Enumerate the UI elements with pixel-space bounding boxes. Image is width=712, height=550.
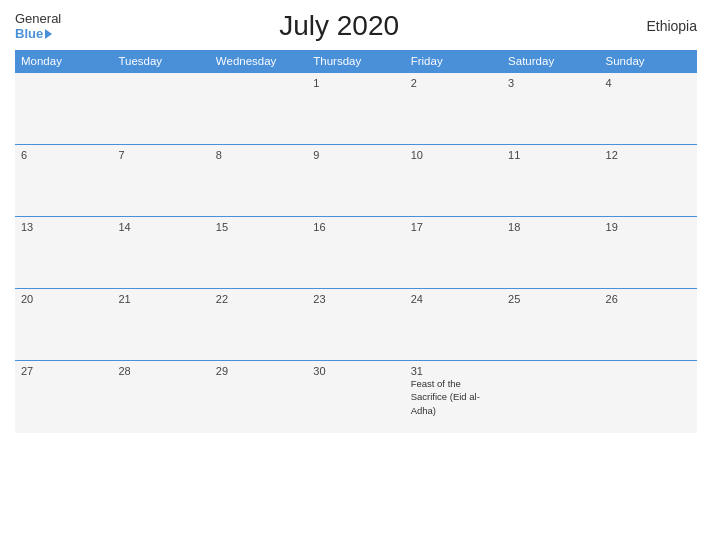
cell-empty-3: [210, 73, 307, 145]
header-friday: Friday: [405, 50, 502, 73]
logo-blue-word: Blue: [15, 26, 43, 41]
cell-day-13: 13: [15, 217, 112, 289]
cell-day-14: 14: [112, 217, 209, 289]
cell-day-11: 11: [502, 145, 599, 217]
cell-day-30: 30: [307, 361, 404, 433]
cell-day-15: 15: [210, 217, 307, 289]
month-title: July 2020: [61, 10, 617, 42]
calendar-table: Monday Tuesday Wednesday Thursday Friday…: [15, 50, 697, 433]
eid-al-adha-event: Feast of the Sacrifice (Eid al-Adha): [411, 378, 480, 416]
header-saturday: Saturday: [502, 50, 599, 73]
header-thursday: Thursday: [307, 50, 404, 73]
logo-blue-text: Blue: [15, 26, 55, 41]
cell-day-4: 4: [600, 73, 697, 145]
header-monday: Monday: [15, 50, 112, 73]
cell-day-19: 19: [600, 217, 697, 289]
logo-triangle-icon: [45, 29, 52, 39]
cell-day-25: 25: [502, 289, 599, 361]
cell-day-22: 22: [210, 289, 307, 361]
cell-empty-1: [15, 73, 112, 145]
cell-day-17: 17: [405, 217, 502, 289]
calendar-header: General Blue July 2020 Ethiopia: [15, 10, 697, 42]
cell-day-6: 6: [15, 145, 112, 217]
cell-day-1: 1: [307, 73, 404, 145]
cell-day-29: 29: [210, 361, 307, 433]
cell-empty-last-2: [600, 361, 697, 433]
header-tuesday: Tuesday: [112, 50, 209, 73]
cell-empty-last-1: [502, 361, 599, 433]
cell-day-8: 8: [210, 145, 307, 217]
cell-day-2: 2: [405, 73, 502, 145]
logo: General Blue: [15, 11, 61, 41]
cell-day-26: 26: [600, 289, 697, 361]
week-row-2: 6 7 8 9 10 11 12: [15, 145, 697, 217]
weekday-header-row: Monday Tuesday Wednesday Thursday Friday…: [15, 50, 697, 73]
cell-day-12: 12: [600, 145, 697, 217]
calendar-container: General Blue July 2020 Ethiopia Monday T…: [0, 0, 712, 550]
cell-day-16: 16: [307, 217, 404, 289]
logo-general-text: General: [15, 11, 61, 26]
cell-day-9: 9: [307, 145, 404, 217]
cell-day-10: 10: [405, 145, 502, 217]
cell-day-28: 28: [112, 361, 209, 433]
cell-day-21: 21: [112, 289, 209, 361]
week-row-5: 27 28 29 30 31 Feast of the Sacrifice (E…: [15, 361, 697, 433]
header-sunday: Sunday: [600, 50, 697, 73]
week-row-4: 20 21 22 23 24 25 26: [15, 289, 697, 361]
week-row-3: 13 14 15 16 17 18 19: [15, 217, 697, 289]
cell-empty-2: [112, 73, 209, 145]
country-name: Ethiopia: [617, 18, 697, 34]
cell-day-24: 24: [405, 289, 502, 361]
week-row-1: 1 2 3 4: [15, 73, 697, 145]
cell-day-3: 3: [502, 73, 599, 145]
cell-day-7: 7: [112, 145, 209, 217]
cell-day-23: 23: [307, 289, 404, 361]
header-wednesday: Wednesday: [210, 50, 307, 73]
cell-day-20: 20: [15, 289, 112, 361]
cell-day-31: 31 Feast of the Sacrifice (Eid al-Adha): [405, 361, 502, 433]
cell-day-18: 18: [502, 217, 599, 289]
cell-day-27: 27: [15, 361, 112, 433]
